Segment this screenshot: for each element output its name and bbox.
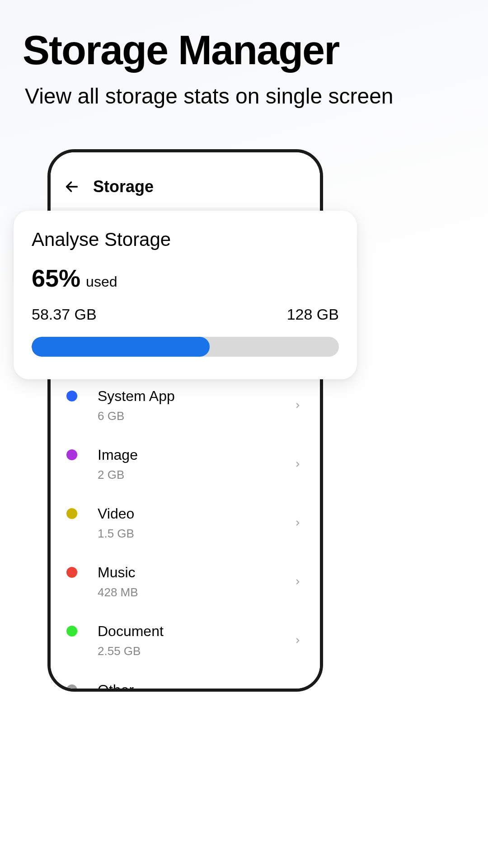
- category-item-music[interactable]: Music428 MB: [51, 552, 320, 611]
- analyse-title: Analyse Storage: [32, 229, 339, 250]
- category-item-system-app[interactable]: System App6 GB: [51, 376, 320, 435]
- category-size: 1.5 GB: [98, 527, 294, 541]
- app-header: Storage: [51, 152, 320, 208]
- category-text: System App6 GB: [98, 388, 294, 423]
- category-label: Video: [98, 505, 294, 522]
- chevron-right-icon: [294, 519, 302, 527]
- category-color-dot: [66, 567, 77, 578]
- category-label: Image: [98, 447, 294, 463]
- back-arrow-icon: [64, 179, 80, 194]
- category-text: Image2 GB: [98, 447, 294, 482]
- category-item-document[interactable]: Document2.55 GB: [51, 611, 320, 670]
- category-text: Music428 MB: [98, 564, 294, 599]
- chevron-right-icon: [294, 637, 302, 645]
- chevron-right-icon: [294, 578, 302, 586]
- total-storage-value: 128 GB: [287, 306, 339, 323]
- promo-subtitle: View all storage stats on single screen: [0, 83, 488, 128]
- storage-progress-fill: [32, 337, 210, 357]
- category-label: Music: [98, 564, 294, 581]
- category-color-dot: [66, 626, 77, 637]
- category-size: 2.55 GB: [98, 644, 294, 658]
- percent-row: 65% used: [32, 264, 339, 292]
- category-label: Other: [98, 682, 294, 689]
- category-label: System App: [98, 388, 294, 405]
- category-label: Document: [98, 623, 294, 640]
- category-item-other[interactable]: Other14.53 GB: [51, 670, 320, 689]
- percent-used-label: used: [86, 274, 117, 290]
- capacity-row: 58.37 GB 128 GB: [32, 306, 339, 323]
- promo-title: Storage Manager: [0, 0, 488, 83]
- category-size: 6 GB: [98, 409, 294, 423]
- analyse-storage-card: Analyse Storage 65% used 58.37 GB 128 GB: [14, 211, 357, 379]
- category-color-dot: [66, 684, 77, 689]
- category-color-dot: [66, 508, 77, 519]
- percent-used-value: 65%: [32, 264, 80, 292]
- category-list: System App6 GBImage2 GBVideo1.5 GBMusic4…: [51, 376, 320, 689]
- used-storage-value: 58.37 GB: [32, 306, 97, 323]
- storage-progress-bar: [32, 337, 339, 357]
- category-item-image[interactable]: Image2 GB: [51, 435, 320, 494]
- category-size: 428 MB: [98, 585, 294, 599]
- chevron-right-icon: [294, 401, 302, 410]
- category-size: 2 GB: [98, 468, 294, 482]
- app-title: Storage: [93, 177, 154, 196]
- category-text: Document2.55 GB: [98, 623, 294, 658]
- category-color-dot: [66, 449, 77, 460]
- category-color-dot: [66, 391, 77, 401]
- chevron-right-icon: [294, 460, 302, 468]
- back-button[interactable]: [64, 179, 80, 194]
- category-text: Other14.53 GB: [98, 682, 294, 689]
- category-text: Video1.5 GB: [98, 505, 294, 541]
- category-item-video[interactable]: Video1.5 GB: [51, 494, 320, 552]
